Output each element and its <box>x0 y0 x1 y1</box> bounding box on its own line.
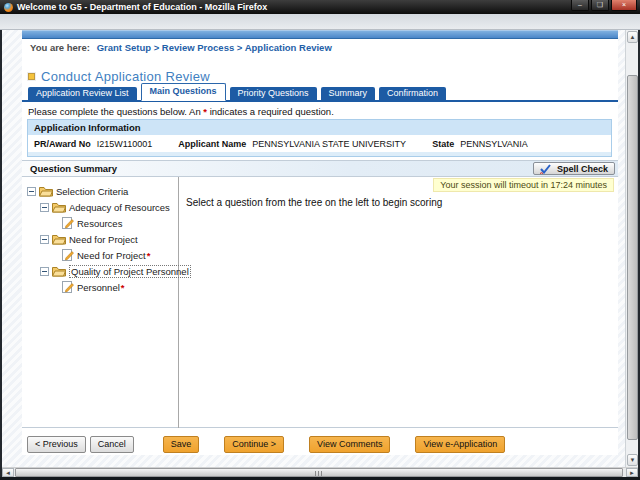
tree-item-need-for-project-question[interactable]: Need for Project * <box>22 247 178 263</box>
spell-check-button[interactable]: Spell Check <box>533 162 615 175</box>
scroll-right-icon[interactable]: ► <box>626 468 638 477</box>
collapse-icon[interactable] <box>40 203 49 212</box>
breadcrumb: You are here: Grant Setup > Review Proce… <box>30 42 332 53</box>
scroll-grip <box>315 471 323 476</box>
top-navigation-bar <box>22 30 618 39</box>
pr-award-label: PR/Award No <box>34 139 91 149</box>
bullet-icon <box>28 73 35 80</box>
application-information-footer <box>28 152 611 156</box>
close-button[interactable]: × <box>611 0 637 11</box>
applicant-name-label: Applicant Name <box>178 139 246 149</box>
minimize-button[interactable]: – <box>571 0 589 11</box>
folder-icon <box>52 201 66 213</box>
tree-item-quality-of-project-personnel[interactable]: Quality of Project Personnel <box>22 263 178 279</box>
collapse-icon[interactable] <box>40 235 49 244</box>
window-controls: – ❏ × <box>571 0 637 11</box>
firefox-icon <box>4 3 13 12</box>
tree-item-label[interactable]: Resources <box>77 218 122 229</box>
tree-item-need-for-project-folder[interactable]: Need for Project <box>22 231 178 247</box>
maximize-button[interactable]: ❏ <box>591 0 609 11</box>
save-button[interactable]: Save <box>163 436 200 453</box>
instruction-after: indicates a required question. <box>207 106 334 117</box>
folder-icon <box>39 185 53 197</box>
tree-item-personnel[interactable]: Personnel * <box>22 279 178 295</box>
session-timeout-message: Your session will timeout in 17:24 minut… <box>433 178 614 192</box>
tab-application-review-list[interactable]: Application Review List <box>28 87 137 101</box>
tree-item-label[interactable]: Personnel <box>77 282 120 293</box>
breadcrumb-path[interactable]: Grant Setup > Review Process > Applicati… <box>97 42 332 53</box>
collapse-icon[interactable] <box>40 267 49 276</box>
required-marker: * <box>121 282 125 293</box>
window-title: Welcome to G5 - Department of Education … <box>17 2 267 12</box>
tree-item-adequacy-of-resources[interactable]: Adequacy of Resources <box>22 199 178 215</box>
page-content: You are here: Grant Setup > Review Proce… <box>22 30 618 455</box>
view-e-application-button[interactable]: View e-Application <box>415 436 505 453</box>
scoring-placeholder-message: Select a question from the tree on the l… <box>186 197 442 208</box>
state-value: PENNSYLVANIA <box>460 139 528 149</box>
previous-button[interactable]: < Previous <box>27 436 86 453</box>
required-marker: * <box>147 250 151 261</box>
scroll-left-icon[interactable]: ◄ <box>2 468 14 477</box>
application-information-header: Application Information <box>28 120 611 135</box>
pr-award-value: I215W110001 <box>97 139 152 149</box>
tree-item-label[interactable]: Need for Project <box>69 234 138 245</box>
breadcrumb-prefix: You are here: <box>30 42 90 53</box>
question-icon <box>62 217 74 229</box>
review-tabs: Application Review List Main Questions P… <box>28 85 446 101</box>
window-titlebar: Welcome to G5 - Department of Education … <box>0 0 640 14</box>
instruction-text: Please complete the questions below. An … <box>28 106 334 117</box>
page-title: Conduct Application Review <box>28 69 210 84</box>
question-tree: Selection Criteria Adequacy of Resources… <box>22 177 179 428</box>
question-summary-header: Question Summary Spell Check <box>22 161 618 177</box>
vertical-scrollbar[interactable]: ▲ ▼ <box>625 30 638 467</box>
question-icon <box>62 249 74 261</box>
tab-underline <box>22 100 618 102</box>
collapse-icon[interactable] <box>27 187 36 196</box>
spell-check-label: Spell Check <box>557 164 608 174</box>
folder-icon <box>52 233 66 245</box>
tree-item-label[interactable]: Need for Project <box>77 250 146 261</box>
tab-main-questions[interactable]: Main Questions <box>141 83 226 101</box>
continue-button[interactable]: Continue > <box>224 436 284 453</box>
vertical-scroll-thumb[interactable] <box>627 75 638 440</box>
view-comments-button[interactable]: View Comments <box>309 436 390 453</box>
tree-item-label-selected[interactable]: Quality of Project Personnel <box>69 265 191 278</box>
instruction-before: Please complete the questions below. An <box>28 106 203 117</box>
spell-check-icon <box>540 164 551 174</box>
application-information-panel: Application Information PR/Award No I215… <box>27 119 612 157</box>
tree-item-label[interactable]: Selection Criteria <box>56 186 128 197</box>
page-title-text: Conduct Application Review <box>41 69 210 84</box>
tab-summary[interactable]: Summary <box>321 87 376 101</box>
state-label: State <box>432 139 454 149</box>
tab-priority-questions[interactable]: Priority Questions <box>230 87 317 101</box>
tab-confirmation[interactable]: Confirmation <box>379 87 446 101</box>
horizontal-scroll-thumb[interactable] <box>15 468 623 477</box>
action-button-bar: < Previous Cancel Save Continue > View C… <box>27 436 505 453</box>
scroll-down-icon[interactable]: ▼ <box>627 454 638 466</box>
cancel-button[interactable]: Cancel <box>90 436 134 453</box>
tree-item-selection-criteria[interactable]: Selection Criteria <box>22 183 178 199</box>
scroll-up-icon[interactable]: ▲ <box>627 31 638 43</box>
applicant-name-value: PENNSYLVANIA STATE UNIVERSITY <box>252 139 406 149</box>
folder-icon <box>52 265 66 277</box>
question-summary-section: Question Summary Spell Check Your sessio… <box>22 160 618 428</box>
window-border-left <box>0 14 2 480</box>
browser-tab-bar <box>0 14 640 30</box>
tree-item-label[interactable]: Adequacy of Resources <box>69 202 170 213</box>
tree-item-resources[interactable]: Resources <box>22 215 178 231</box>
question-icon <box>62 281 74 293</box>
horizontal-scrollbar[interactable]: ◄ ► <box>2 467 638 477</box>
question-summary-title: Question Summary <box>30 163 117 174</box>
application-information-fields: PR/Award No I215W110001 Applicant Name P… <box>28 135 611 152</box>
